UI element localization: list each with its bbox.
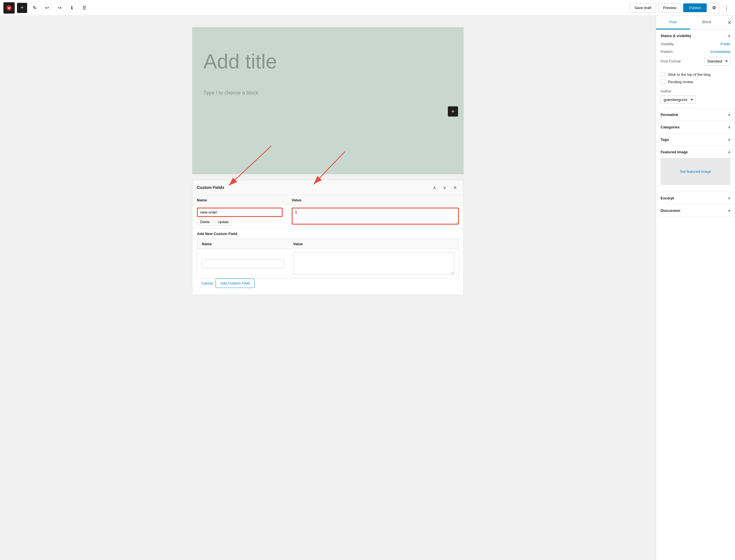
chevron-up-icon: ∧ (728, 34, 730, 38)
cf-collapse-up-button[interactable]: ∧ (431, 184, 439, 191)
cf-close-button[interactable]: ✕ (451, 184, 459, 191)
cf-value-cell: 1 (287, 205, 463, 228)
toolbar-right: Save draft Preview Publish ⚙ ⋮ (630, 3, 732, 13)
featured-image-section: Featured image ∧ Set featured image (656, 146, 735, 192)
categories-section: Categories ∨ (656, 121, 735, 133)
publish-row: Publish Immediately (661, 49, 730, 54)
add-block-button[interactable]: + (448, 106, 458, 117)
cf-update-button[interactable]: Update (215, 219, 232, 225)
block-placeholder[interactable]: Type / to choose a block (203, 90, 452, 96)
add-new-cf-title: Add New Custom Field: (197, 232, 459, 236)
categories-chevron-icon: ∨ (728, 125, 730, 129)
tags-section: Tags ∨ (656, 133, 735, 146)
add-cf-value-cell (289, 249, 459, 279)
categories-header[interactable]: Categories ∨ (656, 121, 735, 133)
list-view-button[interactable]: ☰ (79, 3, 89, 13)
permalink-title: Permalink (661, 113, 678, 117)
status-visibility-header[interactable]: Status & visibility ∧ (656, 30, 735, 42)
add-cf-actions: Cancel Add Custom Field (197, 279, 459, 291)
cf-name-input[interactable] (197, 208, 283, 217)
featured-image-title: Featured image (661, 150, 688, 154)
pending-review-checkbox[interactable] (661, 79, 665, 84)
edit-icon: ✎ (33, 5, 37, 11)
add-cf-value-header: Value (289, 239, 459, 249)
info-icon: ℹ (71, 5, 73, 10)
status-visibility-content: Visibility Public Publish Immediately Po… (656, 42, 735, 108)
tags-chevron-icon: ∨ (728, 138, 730, 142)
sidebar-close-button[interactable]: ✕ (724, 16, 735, 29)
cf-collapse-down-button[interactable]: ∨ (441, 184, 449, 191)
excerpt-title: Excerpt (661, 196, 674, 200)
editor-area: Add title Type / to choose a block + (0, 16, 656, 560)
undo-icon: ↩ (45, 5, 49, 10)
featured-image-header[interactable]: Featured image ∧ (656, 146, 735, 158)
cf-value-textarea[interactable]: 1 (292, 208, 459, 225)
tab-block[interactable]: Block (690, 16, 724, 29)
custom-fields-table: Name Value Delete Update (192, 195, 463, 228)
edit-mode-button[interactable]: ✎ (29, 3, 40, 13)
cancel-cf-button[interactable]: Cancel (201, 281, 213, 285)
publish-label: Publish (661, 49, 673, 54)
pending-review-row: Pending review (661, 79, 730, 84)
settings-icon: ⚙ (712, 5, 716, 10)
post-format-select[interactable]: Standard Aside Chat Gallery (704, 57, 730, 65)
discussion-chevron-icon: ∨ (728, 209, 730, 213)
custom-fields-controls: ∧ ∨ ✕ (431, 184, 459, 191)
author-label: Author (661, 89, 730, 93)
visibility-value[interactable]: Public (721, 42, 730, 46)
author-section: Author gutenbergcore (661, 89, 730, 104)
post-format-label: Post Format (661, 59, 681, 63)
sidebar: Post Block ✕ Status & visibility ∧ Visib… (656, 16, 735, 560)
cf-name-header: Name (192, 195, 287, 205)
categories-title: Categories (661, 125, 680, 129)
set-featured-image-button[interactable]: Set featured image (661, 158, 730, 185)
close-icon: ✕ (727, 20, 732, 26)
visibility-row: Visibility Public (661, 42, 730, 46)
wp-logo (3, 2, 15, 14)
cf-name-cell: Delete Update (192, 205, 287, 228)
settings-button[interactable]: ⚙ (709, 3, 719, 13)
redo-button[interactable]: ↪ (54, 3, 65, 13)
title-placeholder[interactable]: Add title (203, 50, 452, 73)
add-block-toolbar-button[interactable]: + (17, 3, 27, 13)
cf-delete-button[interactable]: Delete (197, 219, 213, 225)
save-draft-button[interactable]: Save draft (630, 3, 656, 12)
add-cf-button[interactable]: Add Custom Field (216, 279, 254, 288)
publish-button[interactable]: Publish (683, 3, 707, 12)
cf-row-actions: Delete Update (197, 219, 283, 225)
status-visibility-title: Status & visibility (661, 34, 691, 38)
add-cf-value-textarea[interactable] (293, 252, 454, 275)
permalink-header[interactable]: Permalink ∨ (656, 109, 735, 121)
custom-fields-title: Custom Fields (197, 185, 224, 190)
redo-icon: ↪ (58, 5, 61, 10)
publish-value[interactable]: Immediately (711, 49, 730, 54)
info-button[interactable]: ℹ (67, 3, 77, 13)
author-select[interactable]: gutenbergcore (661, 96, 696, 104)
more-options-button[interactable]: ⋮ (721, 3, 732, 13)
add-cf-table: Name Value (197, 239, 459, 279)
add-cf-name-input[interactable] (202, 259, 284, 268)
preview-button[interactable]: Preview (658, 3, 681, 12)
tab-post[interactable]: Post (656, 16, 690, 29)
pending-review-label: Pending review (668, 80, 693, 84)
annotation-arrows (192, 27, 464, 174)
excerpt-header[interactable]: Excerpt ∨ (656, 192, 735, 204)
discussion-title: Discussion (661, 208, 680, 213)
custom-fields-header: Custom Fields ∧ ∨ ✕ (192, 180, 463, 195)
undo-button[interactable]: ↩ (42, 3, 52, 13)
visibility-label: Visibility (661, 42, 674, 46)
cf-value-header: Value (287, 195, 463, 205)
excerpt-chevron-icon: ∨ (728, 196, 730, 200)
discussion-section: Discussion ∨ (656, 204, 735, 217)
main-layout: Add title Type / to choose a block + (0, 16, 735, 560)
stick-top-checkbox[interactable] (661, 72, 665, 77)
discussion-header[interactable]: Discussion ∨ (656, 204, 735, 217)
stick-top-row: Stick to the top of the blog (661, 72, 730, 77)
permalink-chevron-icon: ∨ (728, 113, 730, 117)
featured-image-chevron-icon: ∧ (728, 150, 730, 154)
post-format-row: Post Format Standard Aside Chat Gallery (661, 57, 730, 65)
status-visibility-section: Status & visibility ∧ Visibility Public … (656, 30, 735, 109)
list-view-icon: ☰ (82, 5, 86, 10)
tags-header[interactable]: Tags ∨ (656, 133, 735, 146)
stick-top-label: Stick to the top of the blog (668, 72, 710, 77)
